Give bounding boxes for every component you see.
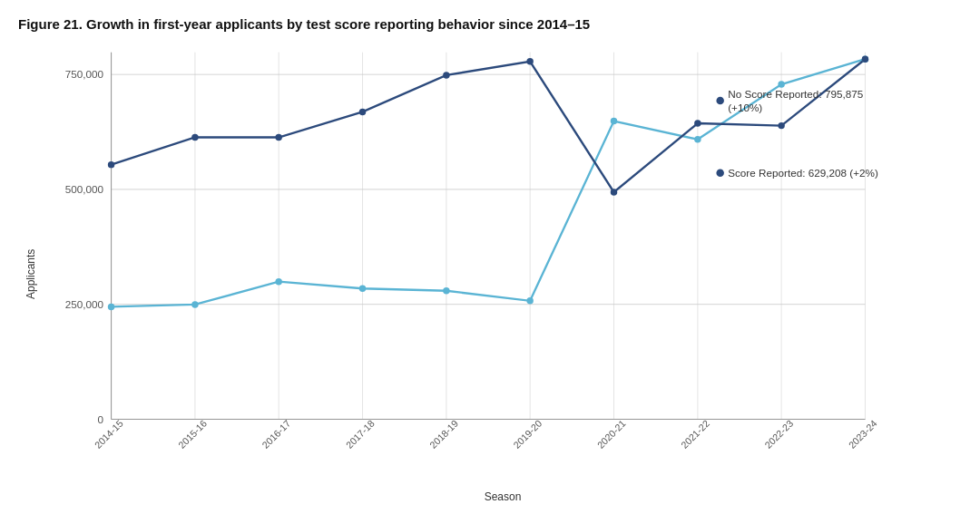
dot-score-7 (694, 136, 701, 142)
dot-score-6 (611, 118, 617, 124)
x-tick-7: 2021-22 (679, 418, 711, 451)
dot-score-0 (108, 304, 114, 310)
dot-score-2 (275, 278, 281, 285)
chart-inner: 0 250,000 500,000 750,000 2014-15 2015-1… (44, 41, 962, 507)
dot-noscore-5 (526, 58, 533, 64)
page-container: Figure 21. Growth in first-year applican… (0, 0, 980, 514)
dot-noscore-6 (611, 189, 617, 195)
chart-title: Figure 21. Growth in first-year applican… (18, 16, 962, 32)
x-tick-2: 2016-17 (260, 418, 292, 451)
x-tick-6: 2020-21 (595, 418, 628, 451)
chart-svg: 0 250,000 500,000 750,000 2014-15 2015-1… (44, 41, 962, 489)
svg-container: 0 250,000 500,000 750,000 2014-15 2015-1… (44, 41, 962, 489)
y-tick-0: 0 (98, 413, 104, 425)
y-tick-750k: 750,000 (65, 68, 104, 80)
chart-area: Applicants (18, 41, 962, 507)
legend-score-label: Score Reported: 629,208 (+2%) (728, 167, 878, 179)
dot-score-8 (778, 81, 784, 87)
y-tick-250k: 250,000 (65, 298, 104, 310)
legend-noscore-line1: No Score Reported: 795,875 (728, 88, 863, 100)
legend-dot-noscore (716, 97, 724, 105)
y-axis-label: Applicants (18, 41, 44, 507)
dot-noscore-4 (443, 72, 449, 78)
dot-score-3 (359, 285, 366, 291)
legend-noscore-line2: (+10%) (728, 102, 762, 113)
x-tick-5: 2019-20 (511, 418, 544, 451)
x-tick-3: 2017-18 (344, 418, 377, 451)
x-tick-9: 2023-24 (847, 418, 879, 451)
dot-noscore-8 (778, 122, 784, 129)
x-axis-label: Season (44, 490, 962, 507)
dot-noscore-7 (694, 120, 701, 126)
dot-noscore-3 (359, 109, 366, 115)
x-tick-1: 2015-16 (176, 418, 209, 451)
dot-noscore-0 (108, 161, 114, 168)
dot-noscore-1 (191, 134, 198, 141)
legend-dot-score (716, 170, 724, 178)
x-tick-4: 2018-19 (427, 418, 460, 451)
dot-noscore-2 (275, 134, 281, 141)
dot-score-1 (191, 301, 198, 307)
dot-noscore-9 (862, 55, 868, 62)
dot-score-5 (526, 297, 533, 304)
y-tick-500k: 500,000 (65, 183, 104, 195)
x-tick-8: 2022-23 (762, 418, 795, 451)
dot-score-4 (443, 287, 449, 294)
